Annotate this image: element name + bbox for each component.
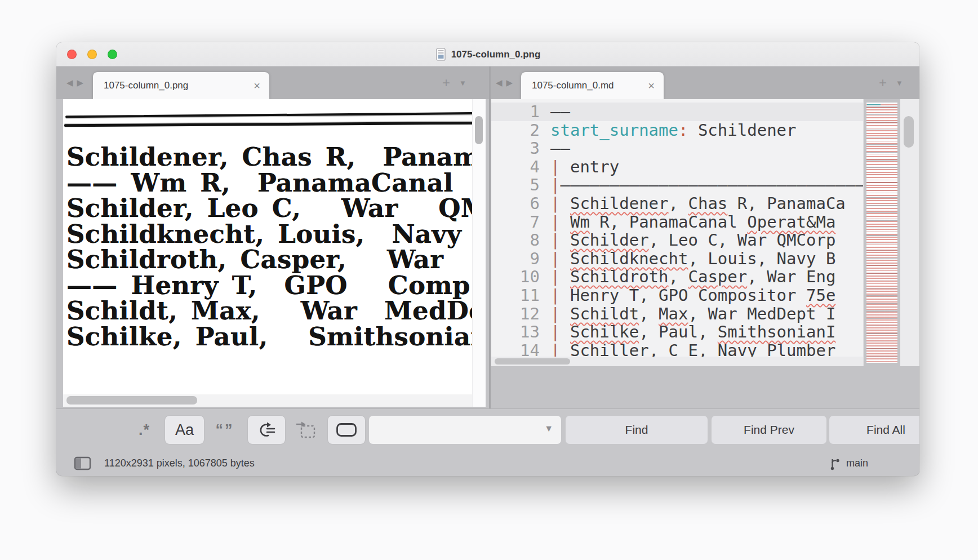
code-line[interactable]: 6| Schildener, Chas R, PanamaCa	[491, 194, 863, 213]
find-button[interactable]: Find	[566, 416, 708, 444]
find-input[interactable]	[369, 416, 561, 444]
document-icon	[435, 48, 446, 61]
line-number: 1	[491, 103, 540, 121]
whole-word-toggle[interactable]: “”	[208, 416, 241, 444]
find-prev-button[interactable]: Find Prev	[712, 416, 826, 444]
highlight-matches-icon	[335, 421, 358, 438]
close-tab-icon[interactable]: ×	[254, 80, 260, 91]
close-tab-icon[interactable]: ×	[648, 80, 655, 91]
scan-text: Schildener, Chas R, Panam—— Wm R, Panama…	[66, 144, 472, 349]
code-text: | Schilke, Paul, SmithsonianI	[540, 323, 835, 341]
scrollbar-thumb[interactable]	[66, 396, 197, 405]
left-group-tab-scroll: ◀ ▶	[66, 66, 83, 99]
code-text: | Henry T, GPO Compositor 75e	[540, 286, 835, 305]
line-number: 7	[491, 213, 540, 232]
code-line[interactable]: 13| Schilke, Paul, SmithsonianI	[491, 323, 863, 341]
find-bar: .* Aa “”	[56, 408, 919, 451]
image-vertical-scrollbar[interactable]	[472, 99, 486, 407]
dropdown-arrow-icon[interactable]: ▼	[544, 424, 553, 434]
line-number: 13	[491, 323, 540, 341]
code-line[interactable]: 9| Schildknecht, Louis, Navy B	[491, 250, 863, 268]
right-group-tab-scroll: ◀ ▶	[496, 66, 513, 99]
scan-text-line: —— Henry T, GPO Comp	[66, 273, 472, 299]
tab-png[interactable]: 1075-column_0.png ×	[93, 72, 269, 99]
tab-label: 1075-column_0.png	[104, 80, 188, 91]
code-text: | Wm R, PanamaCanal Operat&Ma	[540, 213, 835, 232]
code-line[interactable]: 12| Schildt, Max, War MedDept I	[491, 305, 863, 323]
next-tab-icon[interactable]: ▶	[506, 78, 513, 88]
left-group-tab-actions: + ▼	[442, 66, 466, 99]
status-bar: 1120x2931 pixels, 1067805 bytes main	[56, 451, 919, 476]
new-tab-icon[interactable]: +	[442, 75, 450, 91]
tab-list-menu-icon[interactable]: ▼	[896, 79, 903, 87]
code-text: | Schildknecht, Louis, Navy B	[540, 250, 835, 268]
git-branch-icon	[829, 456, 841, 471]
right-group-tab-actions: + ▼	[879, 66, 903, 99]
line-number: 2	[491, 121, 540, 140]
scrollbar-thumb[interactable]	[904, 116, 914, 148]
code-vertical-scrollbar[interactable]	[900, 99, 919, 366]
image-horizontal-scrollbar[interactable]	[63, 394, 472, 407]
line-number: 8	[491, 231, 540, 250]
code-line[interactable]: 1——	[491, 103, 863, 121]
scan-rule-bottom	[64, 122, 472, 127]
wrap-toggle[interactable]	[248, 416, 285, 444]
tab-list-menu-icon[interactable]: ▼	[459, 79, 466, 87]
code-line[interactable]: 8| Schilder, Leo C, War QMCorp	[491, 231, 863, 250]
code-line[interactable]: 4| entry	[491, 158, 863, 176]
line-number: 4	[491, 158, 540, 176]
scan-text-line: —— Wm R, PanamaCanal	[66, 170, 472, 196]
in-selection-toggle[interactable]	[291, 416, 321, 444]
new-tab-icon[interactable]: +	[879, 75, 887, 91]
scan-rule-top	[65, 112, 472, 118]
scrollbar-thumb[interactable]	[495, 358, 570, 365]
tab-bar: ◀ ▶ 1075-column_0.png × + ▼ ◀ ▶ 1075-col…	[56, 66, 919, 99]
scan-image: Schildener, Chas R, Panam—— Wm R, Panama…	[63, 99, 472, 407]
line-number: 5	[491, 176, 540, 194]
git-branch-label: main	[846, 457, 868, 469]
code-line[interactable]: 5|——————————————————————————————————	[491, 176, 863, 194]
wrap-icon	[255, 421, 278, 438]
tab-label: 1075-column_0.md	[532, 80, 614, 91]
window-title: 1075-column_0.png	[451, 49, 541, 60]
git-branch[interactable]: main	[829, 451, 868, 476]
scan-text-line: Schilke, Paul, Smithsonian	[66, 324, 472, 350]
code-text: | Schilder, Leo C, War QMCorp	[540, 231, 835, 250]
next-tab-icon[interactable]: ▶	[77, 78, 84, 88]
line-number: 9	[491, 250, 540, 268]
minimap[interactable]	[863, 99, 900, 366]
code-text: ——	[540, 103, 570, 121]
code-text: | Schildt, Max, War MedDept I	[540, 305, 835, 323]
find-all-button[interactable]: Find All	[829, 416, 919, 444]
find-input-field: ▼	[369, 416, 561, 444]
code-text: |——————————————————————————————————	[540, 176, 863, 194]
scan-text-line: Schildknecht, Louis, Navy	[66, 221, 472, 247]
line-number: 11	[491, 286, 540, 305]
scan-text-line: Schildener, Chas R, Panam	[66, 144, 472, 170]
code-line[interactable]: 2start_surname: Schildener	[491, 121, 863, 140]
regex-toggle[interactable]: .*	[131, 416, 158, 444]
code-line[interactable]: 7| Wm R, PanamaCanal Operat&Ma	[491, 213, 863, 232]
titlebar[interactable]: 1075-column_0.png	[56, 42, 919, 66]
code-text: | entry	[540, 158, 619, 176]
scan-text-line: Schildroth, Casper, War E	[66, 247, 472, 273]
code-horizontal-scrollbar[interactable]	[491, 357, 863, 366]
code-line[interactable]: 10| Schildroth, Casper, War Eng	[491, 268, 863, 286]
line-number: 10	[491, 268, 540, 286]
line-number: 6	[491, 194, 540, 213]
case-sensitive-toggle[interactable]: Aa	[165, 416, 204, 444]
code-pane[interactable]: 1——2start_surname: Schildener3——4| entry…	[491, 99, 863, 366]
scrollbar-thumb[interactable]	[475, 116, 483, 144]
code-line[interactable]: 11| Henry T, GPO Compositor 75e	[491, 286, 863, 305]
scan-text-line: Schilder, Leo C, War QM	[66, 195, 472, 221]
highlight-matches-toggle[interactable]	[328, 416, 365, 444]
pane-divider[interactable]	[489, 66, 491, 408]
tab-md[interactable]: 1075-column_0.md ×	[521, 72, 664, 99]
prev-tab-icon[interactable]: ◀	[496, 78, 503, 88]
scan-text-line: Schildt, Max, War MedDe	[66, 298, 472, 324]
code-line[interactable]: 3——	[491, 139, 863, 158]
sidebar-toggle-icon[interactable]	[74, 456, 91, 470]
code-text: ——	[540, 139, 570, 158]
code-text: | Schildener, Chas R, PanamaCa	[540, 194, 846, 213]
prev-tab-icon[interactable]: ◀	[66, 78, 73, 88]
